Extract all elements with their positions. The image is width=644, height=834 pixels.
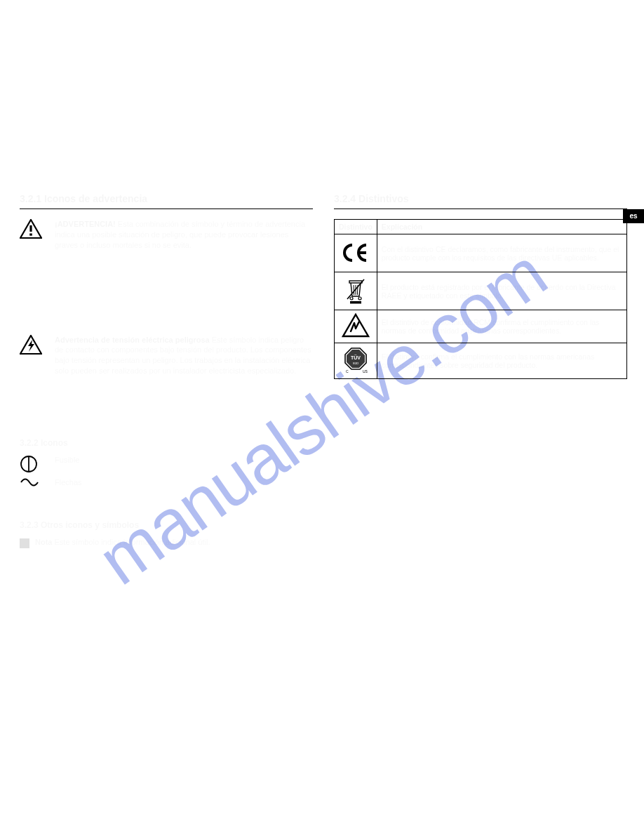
svg-text:TÜV: TÜV [351, 355, 361, 360]
fuse-icon [20, 455, 48, 473]
warning-general-row: ¡ADVERTENCIA! Esta combinación de símbol… [20, 219, 313, 251]
svg-line-9 [354, 285, 354, 295]
rcm-icon [335, 310, 377, 343]
tuv-icon: TÜV SÜD C US [335, 343, 377, 379]
svg-rect-15 [350, 301, 361, 304]
ce-text: Con el distintivo CE declaramos, como fa… [377, 234, 626, 272]
table-row: El distintivo de conformidad RCM confirm… [335, 310, 627, 343]
note-body: Este símbolo indica información adiciona… [55, 538, 210, 546]
ce-mark-icon [335, 234, 377, 272]
warning-triangle-icon [20, 219, 48, 239]
table-row: Con el distintivo CE declaramos, como fa… [335, 234, 627, 272]
fuse-label: Fusible [55, 455, 313, 465]
warning-lead: ¡ADVERTENCIA! [55, 220, 116, 228]
table-row: El producto está registrado por el fabri… [335, 272, 627, 310]
warning-voltage-row: Advertencia de tensión eléctrica peligro… [20, 335, 313, 376]
note-icon [20, 538, 29, 548]
svg-rect-1 [29, 225, 32, 232]
warning-voltage-text: Advertencia de tensión eléctrica peligro… [55, 335, 313, 376]
table-row: TÜV SÜD C US El distintivo confirma el c… [335, 343, 627, 379]
right-column: 3.2.4 Distintivos Distintivo Explicación… [334, 193, 627, 548]
page-content: 3.2.1 Iconos de advertencia ¡ADVERTENCIA… [20, 193, 624, 548]
tuv-text: El distintivo confirma el cumplimiento c… [377, 343, 626, 379]
th-explanation: Explicación [377, 220, 626, 234]
svg-rect-8 [349, 281, 362, 283]
table-header-row: Distintivo Explicación [335, 220, 627, 234]
weee-text: El producto está registrado por el fabri… [377, 272, 626, 310]
marks-table: Distintivo Explicación Con el distintivo… [334, 219, 627, 379]
svg-marker-4 [28, 340, 34, 352]
section-heading-marks: 3.2.4 Distintivos [334, 193, 627, 209]
language-tab: es [623, 209, 644, 223]
fuse-row: Fusible [20, 455, 313, 473]
arrow-label: Flechas [55, 477, 313, 488]
sine-arrow-icon [20, 477, 48, 487]
note-lead: Nota [35, 538, 52, 546]
weee-icon [335, 272, 377, 310]
section-heading-icons: 3.2.2 Iconos [20, 438, 313, 449]
section-heading-warning-icons: 3.2.1 Iconos de advertencia [20, 193, 313, 209]
svg-point-13 [358, 297, 361, 300]
section-heading-other: 3.2.3 Otros iconos y símbolos [20, 520, 313, 531]
warning-general-text: ¡ADVERTENCIA! Esta combinación de símbol… [55, 219, 313, 251]
note-text: Nota Este símbolo indica información adi… [35, 537, 313, 548]
voltage-lead: Advertencia de tensión eléctrica peligro… [55, 336, 210, 344]
svg-text:US: US [363, 369, 368, 373]
note-row: Nota Este símbolo indica información adi… [20, 537, 313, 548]
svg-text:SÜD: SÜD [353, 362, 359, 365]
arrow-row: Flechas [20, 477, 313, 488]
svg-point-12 [350, 297, 353, 300]
th-mark: Distintivo [335, 220, 377, 234]
svg-rect-2 [29, 234, 32, 236]
high-voltage-icon [20, 335, 48, 355]
left-column: 3.2.1 Iconos de advertencia ¡ADVERTENCIA… [20, 193, 313, 548]
svg-text:C: C [346, 369, 349, 373]
rcm-text: El distintivo de conformidad RCM confirm… [377, 310, 626, 343]
